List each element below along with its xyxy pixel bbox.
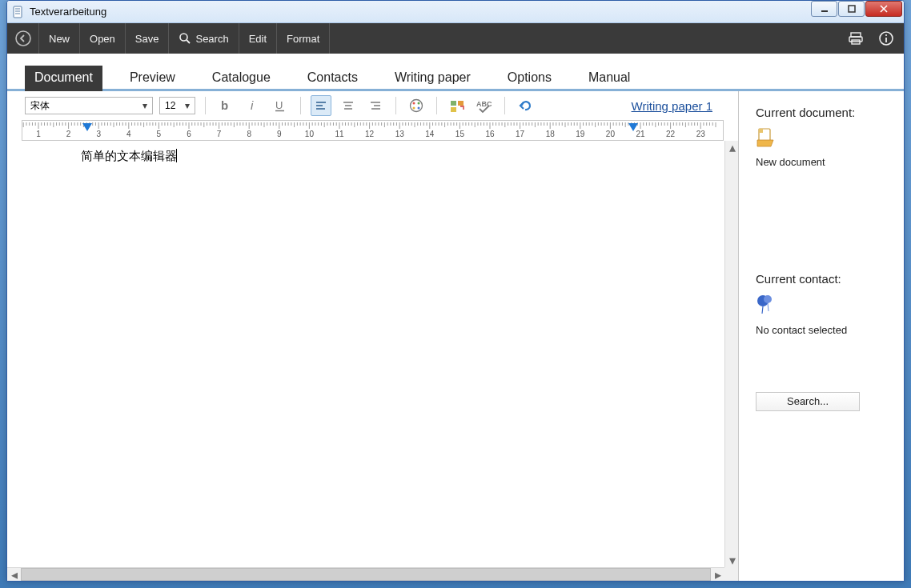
- svg-point-32: [418, 102, 420, 105]
- align-center-button[interactable]: [338, 95, 359, 116]
- horizontal-scrollbar[interactable]: ◂ ▸: [7, 567, 724, 581]
- ruler-number: 16: [485, 130, 494, 138]
- info-icon[interactable]: [878, 30, 894, 46]
- scroll-down-icon[interactable]: ▾: [725, 554, 738, 567]
- main-toolbar: New Open Save Search Edit Format: [7, 23, 904, 54]
- side-panel: Current document: New document Current c…: [740, 91, 904, 581]
- edit-button[interactable]: Edit: [239, 23, 277, 54]
- svg-text:i: i: [251, 98, 254, 112]
- svg-rect-5: [849, 6, 855, 12]
- tab-options[interactable]: Options: [498, 66, 561, 91]
- align-left-button[interactable]: [311, 95, 331, 116]
- window-title: Textverarbeitung: [30, 6, 810, 18]
- app-window: Textverarbeitung New Open Save Search Ed…: [6, 0, 905, 582]
- ruler-number: 8: [247, 130, 251, 138]
- text-caret: [176, 149, 177, 162]
- document-page[interactable]: 简单的文本编辑器: [7, 141, 738, 567]
- svg-point-33: [418, 107, 420, 110]
- ruler-number: 7: [217, 130, 222, 138]
- tab-writing-paper[interactable]: Writing paper: [385, 66, 480, 91]
- svg-rect-37: [451, 107, 456, 112]
- new-button[interactable]: New: [39, 23, 80, 54]
- ruler-number: 10: [305, 130, 314, 138]
- ruler-number: 1: [36, 130, 41, 138]
- print-icon[interactable]: [848, 30, 864, 46]
- open-button[interactable]: Open: [80, 23, 126, 54]
- font-size-value: 12: [160, 100, 180, 111]
- search-button[interactable]: Search: [169, 23, 239, 54]
- app-icon: [12, 6, 25, 18]
- svg-rect-0: [14, 6, 22, 18]
- ruler-number: 5: [157, 130, 162, 138]
- writing-paper-link[interactable]: Writing paper 1: [632, 99, 712, 113]
- scroll-left-icon[interactable]: ◂: [7, 568, 21, 581]
- ruler-number: 3: [96, 130, 101, 138]
- current-document-label: Current document:: [756, 106, 891, 119]
- current-contact-label: Current contact:: [756, 272, 891, 286]
- color-palette-button[interactable]: [406, 95, 427, 116]
- svg-text:ABC: ABC: [476, 100, 492, 108]
- svg-line-274: [768, 303, 769, 311]
- svg-text:U: U: [275, 99, 283, 111]
- svg-point-8: [16, 31, 30, 46]
- underline-button[interactable]: U: [270, 95, 291, 116]
- format-button[interactable]: Format: [277, 23, 330, 54]
- ruler-number: 12: [365, 130, 374, 138]
- svg-rect-11: [851, 33, 861, 37]
- ruler-number: 20: [606, 130, 615, 138]
- svg-line-10: [187, 40, 190, 43]
- svg-rect-35: [451, 101, 456, 106]
- svg-point-272: [764, 295, 772, 303]
- ruler-number: 19: [576, 130, 584, 138]
- tab-preview[interactable]: Preview: [120, 66, 185, 91]
- maximize-button[interactable]: [838, 1, 865, 17]
- svg-point-34: [413, 107, 415, 110]
- spellcheck-button[interactable]: ABC: [474, 95, 495, 116]
- svg-line-273: [762, 306, 763, 314]
- scroll-right-icon[interactable]: ▸: [711, 568, 724, 581]
- svg-text:b: b: [221, 98, 228, 112]
- ruler-number: 14: [425, 130, 434, 138]
- ruler-number: 17: [516, 130, 524, 138]
- font-size-select[interactable]: 12 ▾: [159, 97, 195, 114]
- tab-strip: Document Preview Catalogue Contacts Writ…: [7, 54, 904, 91]
- current-document-value: New document: [756, 156, 891, 168]
- vertical-scrollbar[interactable]: ▴ ▾: [724, 141, 738, 567]
- save-button[interactable]: Save: [126, 23, 170, 54]
- undo-button[interactable]: [515, 95, 536, 116]
- tab-document[interactable]: Document: [25, 66, 102, 91]
- current-contact-value: No contact selected: [756, 324, 891, 336]
- minimize-button[interactable]: [811, 1, 837, 17]
- format-toolbar: 宋体 ▾ 12 ▾ b i U ABC: [7, 91, 738, 120]
- close-button[interactable]: [865, 1, 902, 17]
- back-button[interactable]: [7, 23, 39, 54]
- ruler[interactable]: 1234567891011121314151617181920212223: [22, 120, 724, 141]
- tab-catalogue[interactable]: Catalogue: [203, 66, 280, 91]
- ruler-number: 9: [277, 130, 282, 138]
- align-right-button[interactable]: [365, 95, 386, 116]
- ruler-number: 13: [395, 130, 404, 138]
- svg-rect-36: [458, 101, 464, 106]
- tab-manual[interactable]: Manual: [579, 66, 640, 91]
- ruler-number: 15: [456, 130, 464, 138]
- svg-point-9: [180, 34, 187, 41]
- ruler-right-marker[interactable]: [628, 123, 638, 131]
- ruler-number: 4: [126, 130, 131, 138]
- ruler-number: 18: [546, 130, 555, 138]
- ruler-number: 22: [666, 130, 675, 138]
- document-icon: [756, 127, 891, 148]
- titlebar: Textverarbeitung: [7, 1, 904, 23]
- tab-contacts[interactable]: Contacts: [298, 66, 367, 91]
- font-family-select[interactable]: 宋体 ▾: [25, 97, 153, 114]
- ruler-number: 2: [66, 130, 71, 138]
- svg-point-30: [411, 100, 423, 112]
- italic-button[interactable]: i: [243, 95, 263, 116]
- insert-field-button[interactable]: [447, 95, 468, 116]
- bold-button[interactable]: b: [215, 95, 236, 116]
- chevron-down-icon: ▾: [138, 98, 152, 114]
- chevron-down-icon: ▾: [180, 98, 195, 114]
- ruler-number: 11: [335, 130, 343, 138]
- scroll-up-icon[interactable]: ▴: [725, 141, 738, 154]
- contact-search-button[interactable]: Search...: [756, 392, 860, 411]
- ruler-left-marker[interactable]: [82, 123, 92, 131]
